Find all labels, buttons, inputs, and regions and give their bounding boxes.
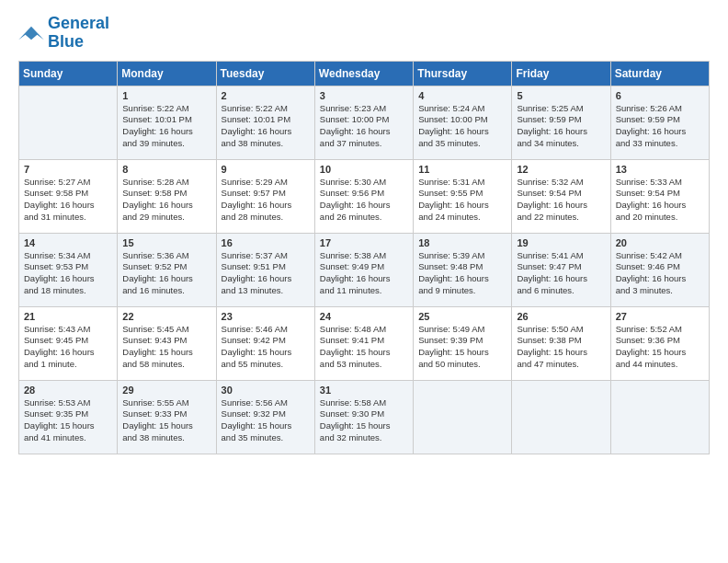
day-number: 9: [222, 164, 310, 175]
cell-content: Sunrise: 5:22 AM Sunset: 10:01 PM Daylig…: [222, 103, 310, 150]
calendar-cell: 4Sunrise: 5:24 AM Sunset: 10:00 PM Dayli…: [414, 86, 512, 159]
cell-content: Sunrise: 5:31 AM Sunset: 9:55 PM Dayligh…: [418, 177, 506, 224]
calendar-cell: 3Sunrise: 5:23 AM Sunset: 10:00 PM Dayli…: [314, 86, 413, 159]
day-number: 14: [24, 237, 112, 248]
cell-content: Sunrise: 5:56 AM Sunset: 9:32 PM Dayligh…: [222, 397, 310, 444]
cell-content: Sunrise: 5:43 AM Sunset: 9:45 PM Dayligh…: [24, 324, 112, 371]
cell-content: Sunrise: 5:48 AM Sunset: 9:41 PM Dayligh…: [320, 324, 408, 371]
cell-content: Sunrise: 5:52 AM Sunset: 9:36 PM Dayligh…: [616, 324, 704, 371]
day-number: 5: [517, 90, 605, 101]
cell-content: Sunrise: 5:37 AM Sunset: 9:51 PM Dayligh…: [222, 250, 310, 297]
cell-content: Sunrise: 5:42 AM Sunset: 9:46 PM Dayligh…: [616, 250, 704, 297]
day-number: 11: [418, 164, 506, 175]
cell-content: Sunrise: 5:28 AM Sunset: 9:58 PM Dayligh…: [122, 177, 210, 224]
week-row: 28Sunrise: 5:53 AM Sunset: 9:35 PM Dayli…: [19, 380, 710, 454]
calendar-cell: 8Sunrise: 5:28 AM Sunset: 9:58 PM Daylig…: [118, 159, 216, 233]
day-number: 21: [24, 311, 112, 322]
day-number: 31: [320, 385, 408, 396]
day-number: 1: [122, 90, 210, 101]
calendar-cell: 29Sunrise: 5:55 AM Sunset: 9:33 PM Dayli…: [118, 380, 216, 454]
day-number: 4: [418, 90, 506, 101]
cell-content: Sunrise: 5:41 AM Sunset: 9:47 PM Dayligh…: [517, 250, 605, 297]
calendar-cell: 18Sunrise: 5:39 AM Sunset: 9:48 PM Dayli…: [414, 233, 512, 306]
calendar-cell: 30Sunrise: 5:56 AM Sunset: 9:32 PM Dayli…: [216, 380, 314, 454]
calendar-cell: 16Sunrise: 5:37 AM Sunset: 9:51 PM Dayli…: [216, 233, 314, 306]
calendar-cell: 14Sunrise: 5:34 AM Sunset: 9:53 PM Dayli…: [19, 233, 118, 306]
week-row: 1Sunrise: 5:22 AM Sunset: 10:01 PM Dayli…: [19, 86, 710, 159]
calendar-header: SundayMondayTuesdayWednesdayThursdayFrid…: [19, 61, 710, 86]
day-number: 29: [122, 385, 210, 396]
calendar-cell: 26Sunrise: 5:50 AM Sunset: 9:38 PM Dayli…: [512, 306, 610, 380]
calendar-cell: 1Sunrise: 5:22 AM Sunset: 10:01 PM Dayli…: [118, 86, 216, 159]
day-number: 10: [320, 164, 408, 175]
cell-content: Sunrise: 5:22 AM Sunset: 10:01 PM Daylig…: [122, 103, 210, 150]
week-row: 7Sunrise: 5:27 AM Sunset: 9:58 PM Daylig…: [19, 159, 710, 233]
calendar-cell: 28Sunrise: 5:53 AM Sunset: 9:35 PM Dayli…: [19, 380, 118, 454]
day-number: 22: [122, 311, 210, 322]
cell-content: Sunrise: 5:55 AM Sunset: 9:33 PM Dayligh…: [122, 397, 210, 444]
calendar-cell: 22Sunrise: 5:45 AM Sunset: 9:43 PM Dayli…: [118, 306, 216, 380]
day-number: 27: [616, 311, 704, 322]
day-number: 12: [517, 164, 605, 175]
week-row: 21Sunrise: 5:43 AM Sunset: 9:45 PM Dayli…: [19, 306, 710, 380]
day-number: 17: [320, 237, 408, 248]
day-number: 6: [616, 90, 704, 101]
day-number: 20: [616, 237, 704, 248]
calendar-cell: 6Sunrise: 5:26 AM Sunset: 9:59 PM Daylig…: [610, 86, 709, 159]
header-cell-wednesday: Wednesday: [314, 61, 413, 86]
header-cell-tuesday: Tuesday: [216, 61, 314, 86]
header-row: SundayMondayTuesdayWednesdayThursdayFrid…: [19, 61, 710, 86]
calendar-cell: 23Sunrise: 5:46 AM Sunset: 9:42 PM Dayli…: [216, 306, 314, 380]
day-number: 30: [222, 385, 310, 396]
calendar-cell: 11Sunrise: 5:31 AM Sunset: 9:55 PM Dayli…: [414, 159, 512, 233]
header-cell-friday: Friday: [512, 61, 610, 86]
header-cell-sunday: Sunday: [19, 61, 118, 86]
day-number: 19: [517, 237, 605, 248]
day-number: 8: [122, 164, 210, 175]
calendar-cell: 24Sunrise: 5:48 AM Sunset: 9:41 PM Dayli…: [314, 306, 413, 380]
calendar-cell: 20Sunrise: 5:42 AM Sunset: 9:46 PM Dayli…: [610, 233, 709, 306]
cell-content: Sunrise: 5:32 AM Sunset: 9:54 PM Dayligh…: [517, 177, 605, 224]
calendar-cell: [414, 380, 512, 454]
calendar-cell: 31Sunrise: 5:58 AM Sunset: 9:30 PM Dayli…: [314, 380, 413, 454]
calendar-cell: 13Sunrise: 5:33 AM Sunset: 9:54 PM Dayli…: [610, 159, 709, 233]
calendar-cell: 9Sunrise: 5:29 AM Sunset: 9:57 PM Daylig…: [216, 159, 314, 233]
day-number: 3: [320, 90, 408, 101]
day-number: 18: [418, 237, 506, 248]
cell-content: Sunrise: 5:49 AM Sunset: 9:39 PM Dayligh…: [418, 324, 506, 371]
calendar-cell: [610, 380, 709, 454]
cell-content: Sunrise: 5:27 AM Sunset: 9:58 PM Dayligh…: [24, 177, 112, 224]
calendar-cell: 7Sunrise: 5:27 AM Sunset: 9:58 PM Daylig…: [19, 159, 118, 233]
header-cell-thursday: Thursday: [414, 61, 512, 86]
cell-content: Sunrise: 5:23 AM Sunset: 10:00 PM Daylig…: [320, 103, 408, 150]
cell-content: Sunrise: 5:24 AM Sunset: 10:00 PM Daylig…: [418, 103, 506, 150]
calendar-cell: 21Sunrise: 5:43 AM Sunset: 9:45 PM Dayli…: [19, 306, 118, 380]
cell-content: Sunrise: 5:34 AM Sunset: 9:53 PM Dayligh…: [24, 250, 112, 297]
cell-content: Sunrise: 5:50 AM Sunset: 9:38 PM Dayligh…: [517, 324, 605, 371]
cell-content: Sunrise: 5:58 AM Sunset: 9:30 PM Dayligh…: [320, 397, 408, 444]
day-number: 24: [320, 311, 408, 322]
calendar-cell: 25Sunrise: 5:49 AM Sunset: 9:39 PM Dayli…: [414, 306, 512, 380]
svg-marker-0: [18, 26, 44, 40]
day-number: 2: [222, 90, 310, 101]
day-number: 26: [517, 311, 605, 322]
cell-content: Sunrise: 5:29 AM Sunset: 9:57 PM Dayligh…: [222, 177, 310, 224]
calendar-body: 1Sunrise: 5:22 AM Sunset: 10:01 PM Dayli…: [19, 86, 710, 454]
calendar-cell: 2Sunrise: 5:22 AM Sunset: 10:01 PM Dayli…: [216, 86, 314, 159]
page-header: GeneralBlue: [18, 15, 710, 52]
logo-text: GeneralBlue: [48, 15, 109, 52]
cell-content: Sunrise: 5:33 AM Sunset: 9:54 PM Dayligh…: [616, 177, 704, 224]
cell-content: Sunrise: 5:36 AM Sunset: 9:52 PM Dayligh…: [122, 250, 210, 297]
day-number: 13: [616, 164, 704, 175]
cell-content: Sunrise: 5:39 AM Sunset: 9:48 PM Dayligh…: [418, 250, 506, 297]
day-number: 23: [222, 311, 310, 322]
logo: GeneralBlue: [18, 15, 109, 52]
week-row: 14Sunrise: 5:34 AM Sunset: 9:53 PM Dayli…: [19, 233, 710, 306]
day-number: 16: [222, 237, 310, 248]
header-cell-monday: Monday: [118, 61, 216, 86]
cell-content: Sunrise: 5:45 AM Sunset: 9:43 PM Dayligh…: [122, 324, 210, 371]
calendar-cell: 17Sunrise: 5:38 AM Sunset: 9:49 PM Dayli…: [314, 233, 413, 306]
calendar-cell: 12Sunrise: 5:32 AM Sunset: 9:54 PM Dayli…: [512, 159, 610, 233]
day-number: 7: [24, 164, 112, 175]
calendar-cell: [512, 380, 610, 454]
